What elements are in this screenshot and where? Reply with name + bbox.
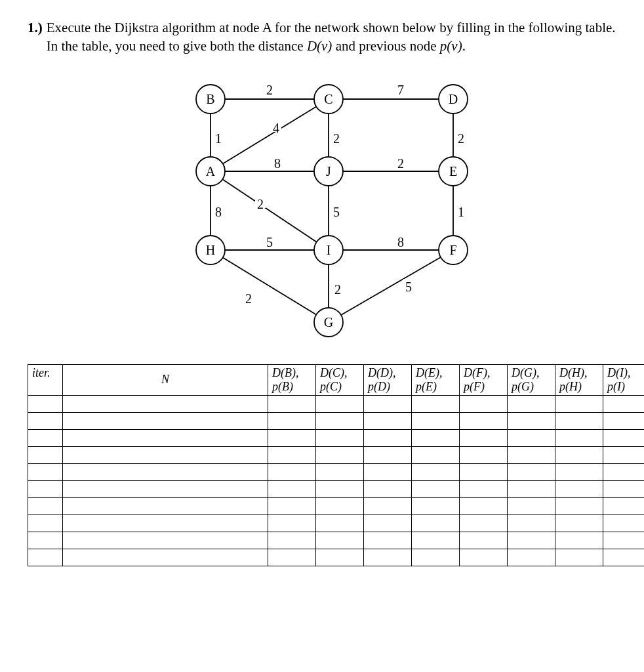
table-cell (364, 532, 412, 549)
edge-weight-A-J: 8 (274, 156, 281, 171)
table-cell (412, 532, 460, 549)
table-cell (316, 446, 364, 463)
table-head: iter. N D(B),p(B)D(C),p(C)D(D),p(D)D(E),… (28, 364, 645, 395)
table-cell (63, 497, 268, 514)
node-label-C: C (324, 92, 332, 106)
table-cell (316, 412, 364, 429)
table-cell (412, 446, 460, 463)
table-cell (63, 446, 268, 463)
table-cell (508, 532, 555, 549)
col-header-d: D(E), (416, 366, 442, 379)
table-cell (508, 549, 555, 566)
edge-F-G (341, 257, 441, 315)
node-label-H: H (206, 243, 215, 257)
col-header-6: D(H),p(H) (555, 364, 603, 395)
table-cell (364, 429, 412, 446)
table-cell (63, 429, 268, 446)
edge-weight-A-C: 4 (273, 121, 279, 135)
table-cell (28, 395, 63, 412)
table-row (28, 429, 645, 446)
node-label-G: G (324, 315, 333, 329)
table-cell (555, 429, 603, 446)
table-cell (364, 463, 412, 480)
edge-weight-A-I: 2 (257, 197, 264, 211)
table-cell (63, 412, 268, 429)
table-row (28, 463, 645, 480)
table-cell (460, 549, 508, 566)
col-header-1: D(C),p(C) (316, 364, 364, 395)
table-cell (555, 463, 603, 480)
col-header-p: p(F) (464, 380, 485, 393)
table-cell (268, 429, 316, 446)
table-cell (460, 429, 508, 446)
col-header-d: D(D), (368, 366, 396, 379)
func-p: p(v) (440, 38, 462, 54)
table-cell (63, 514, 268, 532)
table-cell (28, 514, 63, 532)
node-label-B: B (206, 92, 214, 106)
table-cell (603, 429, 645, 446)
edge-weight-I-G: 2 (334, 282, 341, 297)
col-header-0: D(B),p(B) (268, 364, 316, 395)
col-header-p: p(E) (416, 380, 437, 393)
edge-A-C (223, 106, 316, 163)
table-cell (555, 412, 603, 429)
col-header-d: D(H), (559, 366, 588, 379)
table-body (28, 395, 645, 566)
table-cell (555, 514, 603, 532)
table-row (28, 480, 645, 497)
table-cell (603, 446, 645, 463)
table-cell (460, 480, 508, 497)
col-header-p: p(I) (607, 380, 625, 393)
table-cell (555, 532, 603, 549)
func-d: D(v) (307, 38, 332, 54)
table-cell (412, 429, 460, 446)
table-cell (603, 532, 645, 549)
graph-container: 27142282825158225 BCDAJEHIFG (28, 73, 616, 348)
table-cell (603, 463, 645, 480)
table-cell (268, 532, 316, 549)
col-header-2: D(D),p(D) (364, 364, 412, 395)
table-cell (555, 446, 603, 463)
table-cell (28, 446, 63, 463)
table-row (28, 549, 645, 566)
table-cell (508, 514, 555, 532)
question-number: 1.) (28, 18, 43, 56)
col-header-d: D(G), (512, 366, 540, 379)
edge-weight-E-F: 1 (458, 205, 464, 219)
table-cell (508, 429, 555, 446)
table-cell (28, 549, 63, 566)
edge-weight-I-F: 8 (397, 235, 404, 249)
table-cell (508, 446, 555, 463)
table-cell (603, 395, 645, 412)
edge-weight-F-G: 5 (405, 280, 412, 294)
table-cell (460, 412, 508, 429)
edge-A-I (222, 179, 316, 242)
table-row (28, 395, 645, 412)
question-text-post: . (462, 38, 466, 54)
table-cell (316, 532, 364, 549)
table-row (28, 446, 645, 463)
table-cell (268, 412, 316, 429)
table-cell (555, 497, 603, 514)
table-cell (412, 480, 460, 497)
col-header-p: p(G) (512, 380, 534, 393)
table-cell (268, 549, 316, 566)
table-cell (316, 497, 364, 514)
col-header-d: D(F), (464, 366, 490, 379)
table-cell (460, 463, 508, 480)
edge-weight-C-D: 7 (397, 83, 404, 97)
table-cell (460, 514, 508, 532)
table-cell (508, 412, 555, 429)
question-text-mid: and previous node (332, 38, 439, 54)
table-cell (412, 497, 460, 514)
table-cell (316, 429, 364, 446)
table-cell (268, 497, 316, 514)
table-cell (508, 497, 555, 514)
col-header-d: D(B), (272, 366, 298, 379)
edge-weight-H-I: 5 (266, 235, 273, 249)
table-cell (268, 514, 316, 532)
col-header-p: p(H) (559, 380, 582, 393)
col-header-p: p(D) (368, 380, 390, 393)
table-cell (508, 463, 555, 480)
